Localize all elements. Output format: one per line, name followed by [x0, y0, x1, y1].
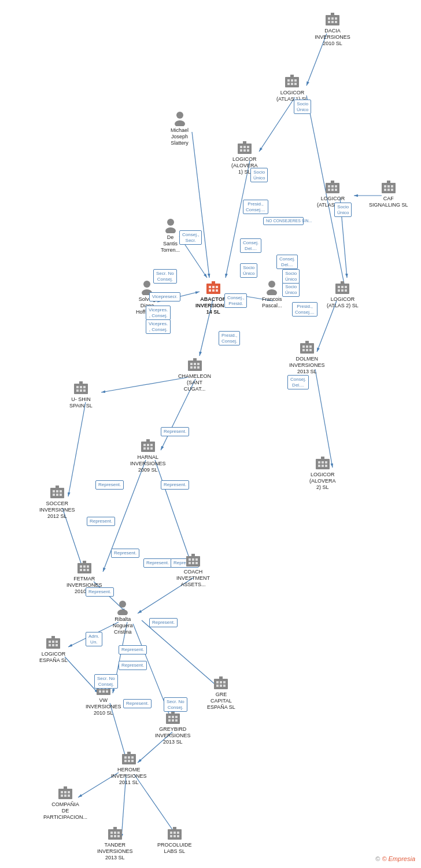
badge-represent-fetmar2[interactable]: Represent.	[143, 558, 172, 568]
label-caf: CAFSIGNALLING SL	[369, 196, 408, 208]
label-logicor-alovera2: LOGICOR(ALOVERA2) SL	[309, 472, 336, 490]
badge-secr-no-consej-vw[interactable]: Secr. NoConsej.	[94, 674, 118, 689]
badge-socio-francois[interactable]: SocioÚnico	[282, 282, 300, 297]
badge-represent-fetmar1[interactable]: Represent.	[111, 549, 139, 558]
svg-rect-117	[80, 389, 82, 392]
svg-rect-63	[331, 189, 334, 191]
svg-rect-82	[209, 289, 211, 292]
label-harnal: HARNALINVERSIONES2009 SL	[130, 454, 166, 473]
person-icon-michael	[172, 110, 188, 126]
badge-represent-vw[interactable]: Represent.	[123, 699, 152, 708]
badge-secr-no-consej-greybird[interactable]: Secr. NoConsej.	[164, 697, 187, 712]
svg-rect-132	[318, 465, 320, 467]
badge-consej-secr[interactable]: Consej.,Secr.	[179, 230, 202, 245]
svg-rect-114	[80, 386, 82, 388]
badge-represent-1[interactable]: Represent.	[161, 427, 189, 436]
label-gre: GRECAPITALESPAÑA SL	[207, 692, 235, 710]
svg-rect-122	[147, 444, 149, 446]
svg-rect-198	[124, 760, 127, 762]
svg-rect-208	[68, 795, 70, 797]
badge-consej-del-alovera[interactable]: Consej.Del....	[276, 255, 298, 269]
badge-socio-atlas1[interactable]: SocioÚnico	[294, 100, 311, 114]
svg-rect-166	[49, 644, 51, 646]
svg-rect-150	[87, 569, 89, 571]
label-dacia: DACIA INVERSIONES 2010 SL	[309, 28, 356, 46]
svg-rect-119	[79, 381, 83, 384]
svg-rect-35	[335, 17, 337, 20]
badge-socio-atlas3[interactable]: SocioÚnico	[334, 203, 352, 217]
badge-represent-2[interactable]: Represent.	[161, 480, 189, 490]
badge-vicepresecr[interactable]: Vicepresecr.	[149, 292, 180, 301]
svg-line-16	[68, 402, 86, 496]
svg-rect-171	[216, 681, 219, 683]
building-icon-abactor	[205, 279, 221, 295]
building-icon-dacia	[324, 10, 341, 27]
svg-rect-214	[110, 835, 113, 837]
node-compania: COMPAÑIADEPARTICIPACION...	[43, 784, 87, 820]
person-icon-ribalta	[115, 599, 131, 615]
badge-no-consejeres[interactable]: NO CONSEJERES SIN...	[263, 217, 304, 225]
node-dolmen: DOLMENINVERSIONES2013 SL	[289, 339, 325, 374]
svg-rect-55	[243, 149, 246, 152]
badge-presid-consej[interactable]: Presid.,Consej....	[243, 200, 268, 214]
building-icon-fetmar	[76, 558, 93, 575]
building-icon-logicor-atlas1	[284, 72, 300, 89]
svg-rect-59	[328, 185, 330, 187]
svg-rect-129	[318, 461, 320, 464]
svg-rect-92	[338, 289, 340, 292]
svg-rect-209	[64, 786, 67, 789]
svg-rect-140	[53, 494, 55, 496]
svg-rect-128	[316, 459, 330, 469]
badge-represent-fetmar4[interactable]: Represent.	[86, 587, 114, 597]
badge-consej-presid[interactable]: Consej.,Presid.	[224, 293, 247, 308]
badge-represent-espana[interactable]: Represent.	[119, 645, 147, 654]
badge-adm-un[interactable]: Adm.Un.	[86, 632, 102, 646]
svg-rect-56	[247, 149, 249, 152]
badge-vicepres-consej-1[interactable]: Vicepres., Consej.	[146, 306, 171, 320]
svg-rect-225	[173, 827, 176, 829]
label-desantis: DeSantisTorren...	[161, 234, 180, 253]
badge-socio-alovera1[interactable]: SocioÚnico	[250, 168, 268, 182]
building-icon-dolmen	[299, 339, 315, 355]
svg-rect-69	[391, 185, 393, 187]
svg-rect-212	[114, 832, 116, 834]
svg-line-14	[101, 377, 188, 392]
svg-rect-123	[150, 444, 153, 446]
svg-rect-218	[168, 829, 182, 840]
badge-presid-consej-chameleon[interactable]: Presid.,Consej.	[219, 331, 240, 345]
svg-rect-61	[335, 185, 337, 187]
svg-rect-177	[219, 676, 223, 679]
node-procoluide: PROCOLUIDELABS SL	[157, 825, 192, 855]
badge-consej-del-1[interactable]: Consej.Del....	[240, 238, 261, 253]
svg-rect-192	[175, 719, 178, 722]
node-logicor-atlas2: LOGICOR(ATLAS 2) SL	[327, 279, 359, 309]
badge-represent-ribalta[interactable]: Represent.	[149, 618, 178, 627]
svg-rect-127	[146, 439, 150, 442]
svg-rect-194	[122, 754, 136, 764]
badge-vicepres-consej-2[interactable]: Vicepres., Consej.	[146, 319, 171, 334]
svg-rect-88	[335, 284, 349, 294]
svg-rect-135	[321, 457, 324, 459]
badge-represent-soccer2[interactable]: Represent.	[87, 517, 115, 526]
svg-point-87	[267, 289, 277, 295]
building-icon-caf	[381, 178, 397, 194]
badge-socio-1[interactable]: SocioÚnico	[240, 263, 257, 278]
svg-rect-50	[238, 144, 252, 154]
badge-consej-del-dolmen[interactable]: Consej.Del....	[287, 375, 309, 389]
badge-represent-espana2[interactable]: Represent.	[119, 661, 147, 670]
svg-rect-97	[190, 363, 193, 365]
svg-rect-182	[99, 690, 101, 693]
label-dolmen: DOLMENINVERSIONES2013 SL	[289, 356, 325, 374]
node-logicor-espana: LOGICORESPAÑA SL	[39, 634, 68, 664]
badge-socio-2[interactable]: SocioÚnico	[282, 269, 300, 284]
svg-rect-111	[305, 341, 309, 343]
svg-rect-95	[341, 281, 344, 284]
svg-rect-202	[58, 789, 72, 799]
label-francois: FrancoisPascal...	[262, 296, 282, 309]
svg-rect-217	[113, 827, 117, 829]
svg-rect-195	[124, 756, 127, 759]
svg-rect-83	[212, 289, 215, 292]
svg-line-13	[315, 369, 333, 468]
badge-represent-soccer[interactable]: Represent.	[95, 480, 124, 490]
badge-presid-consej-atlas2[interactable]: Presid.,Consej....	[292, 302, 317, 317]
